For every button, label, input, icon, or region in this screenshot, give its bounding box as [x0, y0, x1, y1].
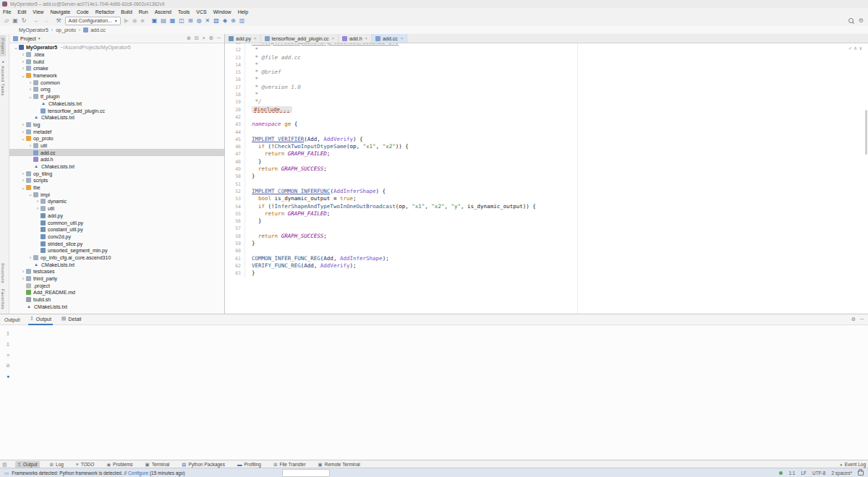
hide-icon[interactable]: ─	[217, 35, 221, 42]
ascend-tool-icon-11[interactable]: ▥	[239, 17, 245, 25]
tree-item-op-proto[interactable]: ⌄op_proto	[9, 135, 224, 142]
tool-window-button-terminal[interactable]: ▣Terminal	[143, 461, 172, 468]
tree-item-cmakelists-txt[interactable]: ▲CMakeLists.txt	[9, 100, 224, 108]
tool-window-button-file-transfer[interactable]: ⊞File Transfer	[271, 461, 308, 468]
tree-item-common[interactable]: ›common	[9, 79, 224, 86]
menu-item-edit[interactable]: Edit	[17, 9, 26, 14]
run-config-select[interactable]: Add Configuration...▾	[65, 17, 121, 25]
ascend-tool-icon-4[interactable]: ◫	[179, 17, 184, 25]
tree-item-third-party[interactable]: ›third_party	[9, 275, 224, 283]
tree-item-op-tiling[interactable]: ›op_tiling	[9, 170, 224, 177]
tree-item-tensorflow-add-plugin-cc[interactable]: tensorflow_add_plugin.cc	[9, 107, 224, 114]
next-issue-icon[interactable]: ∨	[859, 46, 862, 51]
tool-window-button-remote-terminal[interactable]: ▣Remote Terminal	[316, 461, 362, 468]
tree-item-testcases[interactable]: ›testcases	[9, 268, 224, 275]
tree-item-unsorted-segment-min-py[interactable]: unsorted_segment_min.py	[9, 247, 224, 254]
tree-item-util[interactable]: ›util	[9, 142, 224, 150]
scroll-down-icon[interactable]: ↧	[6, 342, 10, 348]
project-panel-title[interactable]: Project	[20, 36, 36, 41]
tool-window-button-log[interactable]: ⊞Log	[48, 461, 66, 468]
locate-icon[interactable]: ⊕	[187, 35, 191, 42]
tree-item-metadef[interactable]: ›metadef	[9, 128, 224, 135]
tree-item-build-sh[interactable]: build.sh	[9, 296, 224, 304]
search-icon[interactable]	[848, 18, 854, 23]
tree-item-cmakelists-txt[interactable]: ▲CMakeLists.txt	[9, 261, 224, 268]
close-icon[interactable]: ×	[254, 36, 257, 40]
menu-item-ascend[interactable]: Ascend	[155, 9, 171, 14]
menu-item-build[interactable]: Build	[121, 9, 132, 14]
code-editor[interactable]: 11 * http://www.apache.org/licenses/LICE…	[225, 43, 868, 314]
tree-item-cmakelists-txt[interactable]: ▲CMakeLists.txt	[9, 163, 224, 171]
ascend-tool-icon-2[interactable]: ▤	[161, 17, 166, 25]
tool-window-button-python-packages[interactable]: ▤Python Packages	[179, 461, 227, 468]
tree-item-framework[interactable]: ⌄framework	[9, 72, 224, 80]
tree-item-strided-slice-py[interactable]: strided_slice.py	[9, 240, 224, 247]
editor-tab-tensorflow-add-plugin-cc[interactable]: tensorflow_add_plugin.cc×	[261, 34, 339, 43]
tree-item-cmakelists-txt[interactable]: ▲CMakeLists.txt	[9, 114, 224, 121]
event-log-button[interactable]: ● Event Log	[840, 462, 866, 467]
settings-icon[interactable]: ⚙	[851, 317, 856, 322]
close-icon[interactable]: ×	[365, 36, 368, 40]
output-tab-detail[interactable]: ▤Detail	[60, 314, 83, 324]
prev-issue-icon[interactable]: ∧	[854, 46, 857, 51]
close-icon[interactable]: ×	[203, 35, 205, 42]
tool-window-button-profiling[interactable]: ▬Profiling	[235, 461, 263, 468]
inspections-ok-icon[interactable]: ✓	[848, 46, 851, 51]
menu-item-view[interactable]: View	[33, 9, 43, 14]
tree-item-op-info-cfg-ai-core-ascend310[interactable]: ›op_info_cfg.ai_core.ascend310	[9, 254, 224, 262]
inspections-widget[interactable]: ✓∧∨	[848, 46, 862, 51]
chevron-down-icon[interactable]: ▾	[38, 36, 41, 40]
ascend-tool-icon-10[interactable]: ⊕	[231, 17, 236, 25]
ascend-tool-icon-6[interactable]: ◍	[197, 17, 202, 25]
run-icon[interactable]: ▶	[124, 17, 129, 25]
tree-item-cmakelists-txt[interactable]: ▲CMakeLists.txt	[9, 303, 224, 310]
readonly-icon[interactable]	[858, 470, 864, 476]
menu-item-refactor[interactable]: Refactor	[95, 9, 114, 14]
tree-item-scripts[interactable]: ›scripts	[9, 177, 224, 184]
menu-item-run[interactable]: Run	[139, 9, 148, 14]
close-icon[interactable]: ×	[401, 36, 404, 40]
tree-item-add-py[interactable]: add.py	[9, 212, 224, 220]
breadcrumb-item-op-proto[interactable]: op_proto	[56, 27, 76, 33]
configure-link[interactable]: Configure	[128, 470, 148, 476]
editor-tab-add-cc[interactable]: add.cc×	[372, 34, 407, 43]
clear-icon[interactable]: ⊘	[6, 363, 10, 369]
forward-icon[interactable]: →	[43, 17, 48, 25]
caret-position[interactable]: 1:1	[788, 470, 795, 476]
console-output-area[interactable]	[16, 325, 868, 460]
menu-item-file[interactable]: File	[3, 9, 11, 14]
save-icon[interactable]: ▣	[12, 17, 18, 25]
tree-item-log[interactable]: ›log	[9, 121, 224, 129]
tool-windows-icon[interactable]: ▥	[2, 462, 7, 468]
file-encoding[interactable]: UTF-8	[812, 470, 825, 476]
collapse-all-icon[interactable]: ⊟	[195, 35, 199, 42]
debug-icon[interactable]: ◉	[132, 17, 137, 25]
tree-item--project[interactable]: .project	[9, 282, 224, 289]
stop-icon[interactable]: ■	[141, 17, 145, 25]
menu-item-tools[interactable]: Tools	[178, 9, 190, 14]
back-icon[interactable]: ←	[33, 17, 39, 25]
editor-tab-add-py[interactable]: add.py×	[225, 34, 261, 43]
open-icon[interactable]: ▱	[4, 17, 9, 25]
tree-item-build[interactable]: ›build	[9, 58, 224, 65]
tree-item-cmake[interactable]: ›cmake	[9, 65, 224, 72]
tool-stripe-favorites[interactable]: Favorites	[0, 286, 6, 312]
menu-item-window[interactable]: Window	[213, 9, 231, 14]
tool-window-button-problems[interactable]: ◉Problems	[104, 461, 135, 468]
tree-item-myoperator5[interactable]: ⌄MyOperator5~/AscendProjects/MyOperator5	[9, 44, 224, 51]
soft-wrap-icon[interactable]: ≡	[7, 353, 9, 358]
menu-item-navigate[interactable]: Navigate	[50, 9, 70, 14]
tool-stripe-structure[interactable]: Structure	[0, 260, 6, 286]
tool-stripe-project[interactable]: Project	[0, 35, 6, 56]
hide-icon[interactable]: ─	[860, 317, 864, 322]
menu-item-vcs[interactable]: VCS	[196, 9, 206, 14]
sync-icon[interactable]: ↻	[22, 17, 27, 25]
pin-icon[interactable]: ●	[7, 374, 9, 379]
breadcrumb-item-add-cc[interactable]: add.cc	[83, 27, 106, 33]
ascend-tool-icon-1[interactable]: ▣	[152, 17, 158, 25]
ascend-tool-icon-5[interactable]: ⊞	[188, 17, 193, 25]
output-tab-output[interactable]: ↥Output	[28, 314, 53, 325]
tree-item-common-util-py[interactable]: common_util.py	[9, 219, 224, 226]
ascend-tool-icon-9[interactable]: ◈	[223, 17, 227, 25]
ascend-tool-icon-7[interactable]: ✕	[205, 17, 210, 25]
